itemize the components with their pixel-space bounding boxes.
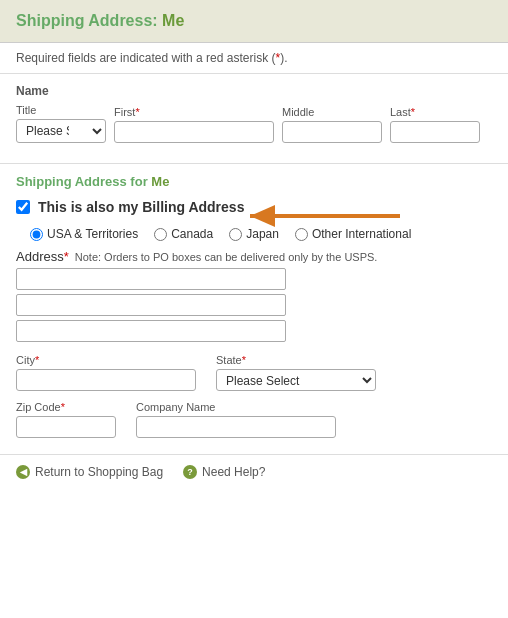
address-line1[interactable]	[16, 268, 286, 290]
middle-input[interactable]	[282, 121, 382, 143]
divider-1	[0, 163, 508, 164]
shipping-for: Shipping Address for Me	[0, 174, 508, 195]
address-section: Address* Note: Orders to PO boxes can be…	[0, 249, 508, 342]
state-field-group: State* Please Select AL AK AZ CA NY TX	[216, 354, 376, 391]
address-note: Note: Orders to PO boxes can be delivere…	[75, 251, 378, 263]
help-icon: ?	[183, 465, 197, 479]
zip-input[interactable]	[16, 416, 116, 438]
name-section: Name Title Please Select Mr. Mrs. Ms. Dr…	[0, 74, 508, 153]
arrow-annotation	[230, 197, 410, 238]
help-label: Need Help?	[202, 465, 265, 479]
first-label: First*	[114, 106, 274, 118]
zip-label: Zip Code*	[16, 401, 116, 413]
address-label-row: Address* Note: Orders to PO boxes can be…	[16, 249, 492, 264]
last-label: Last*	[390, 106, 480, 118]
svg-marker-1	[250, 205, 275, 227]
city-field-group: City*	[16, 354, 196, 391]
radio-usa[interactable]: USA & Territories	[30, 227, 138, 241]
radio-canada-input[interactable]	[154, 228, 167, 241]
name-label: Name	[16, 84, 492, 98]
footer-links: ◀ Return to Shopping Bag ? Need Help?	[0, 455, 508, 489]
radio-usa-label: USA & Territories	[47, 227, 138, 241]
title-select[interactable]: Please Select Mr. Mrs. Ms. Dr.	[16, 119, 106, 143]
title-field-group: Title Please Select Mr. Mrs. Ms. Dr.	[16, 104, 106, 143]
title-label: Title	[16, 104, 106, 116]
company-input[interactable]	[136, 416, 336, 438]
company-label: Company Name	[136, 401, 336, 413]
page-title: Shipping Address: Me	[16, 12, 492, 30]
middle-label: Middle	[282, 106, 382, 118]
state-select[interactable]: Please Select AL AK AZ CA NY TX	[216, 369, 376, 391]
help-link[interactable]: ? Need Help?	[183, 465, 265, 479]
arrow-icon	[230, 197, 410, 235]
billing-label[interactable]: This is also my Billing Address	[38, 199, 244, 215]
radio-canada[interactable]: Canada	[154, 227, 213, 241]
first-field-group: First*	[114, 106, 274, 143]
header-name: Me	[162, 12, 184, 29]
address-line3[interactable]	[16, 320, 286, 342]
city-label: City*	[16, 354, 196, 366]
city-input[interactable]	[16, 369, 196, 391]
first-input[interactable]	[114, 121, 274, 143]
radio-canada-label: Canada	[171, 227, 213, 241]
required-note: Required fields are indicated with a red…	[0, 43, 508, 74]
city-state-row: City* State* Please Select AL AK AZ CA N…	[0, 346, 508, 395]
zip-company-row: Zip Code* Company Name	[0, 395, 508, 446]
billing-row: This is also my Billing Address	[0, 195, 508, 223]
radio-usa-input[interactable]	[30, 228, 43, 241]
shipping-for-name: Me	[151, 174, 169, 189]
last-field-group: Last*	[390, 106, 480, 143]
address-label: Address*	[16, 249, 69, 264]
company-field-group: Company Name	[136, 401, 336, 438]
return-label: Return to Shopping Bag	[35, 465, 163, 479]
billing-checkbox[interactable]	[16, 200, 30, 214]
last-input[interactable]	[390, 121, 480, 143]
state-label: State*	[216, 354, 376, 366]
name-row: Title Please Select Mr. Mrs. Ms. Dr. Fir…	[16, 104, 492, 143]
zip-field-group: Zip Code*	[16, 401, 116, 438]
return-link[interactable]: ◀ Return to Shopping Bag	[16, 465, 163, 479]
return-icon: ◀	[16, 465, 30, 479]
middle-field-group: Middle	[282, 106, 382, 143]
page-header: Shipping Address: Me	[0, 0, 508, 43]
address-line2[interactable]	[16, 294, 286, 316]
